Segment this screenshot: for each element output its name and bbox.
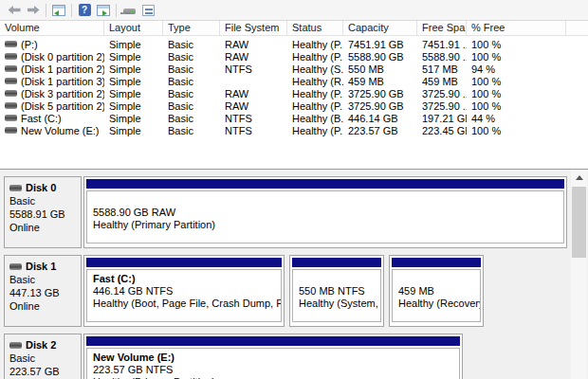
partition-disk1-system[interactable]: 550 MB NTFS Healthy (System, Act xyxy=(289,255,384,327)
partition-size: 446.14 GB NTFS xyxy=(93,285,281,298)
table-row[interactable]: (Disk 1 partition 3) Simple Basic Health… xyxy=(0,75,588,87)
partition-size: 550 MB NTFS xyxy=(299,285,380,298)
cell-pct-free: 100 % xyxy=(467,125,566,136)
show-action-pane-button[interactable] xyxy=(94,2,113,19)
disk-type: Basic xyxy=(9,274,81,286)
forward-button[interactable] xyxy=(24,2,43,19)
disk-icon xyxy=(9,342,22,349)
properties-button[interactable] xyxy=(138,2,157,19)
table-row[interactable]: New Volume (E:) Simple Basic NTFS Health… xyxy=(0,124,588,136)
disk-icon xyxy=(9,263,22,270)
volume-name: New Volume (E:) xyxy=(21,125,100,136)
back-arrow-icon xyxy=(9,6,21,14)
volume-name: (P:) xyxy=(21,39,38,50)
column-header-capacity[interactable]: Capacity xyxy=(343,21,417,35)
toolbar-separator xyxy=(71,4,72,17)
partition-color-bar xyxy=(292,258,381,267)
cell-status: Healthy (P... xyxy=(287,39,343,50)
cell-free: 5588.90 ... xyxy=(417,51,467,63)
disk-status: Online xyxy=(9,222,81,234)
disk-status: Online xyxy=(9,300,81,313)
table-row[interactable]: (Disk 0 partition 2) Simple Basic RAW He… xyxy=(0,50,588,63)
help-button[interactable]: ? xyxy=(75,2,94,19)
volume-icon xyxy=(5,90,17,97)
cell-capacity: 5588.90 GB xyxy=(343,51,417,63)
volume-icon xyxy=(5,65,17,72)
cell-pct-free: 100 % xyxy=(467,51,566,63)
volume-icon xyxy=(5,115,17,121)
disk1-header[interactable]: Disk 1 Basic 447.13 GB Online xyxy=(4,255,82,327)
scroll-up-button[interactable] xyxy=(571,170,587,186)
partition-disk0-raw[interactable]: 5588.90 GB RAW Healthy (Primary Partitio… xyxy=(83,176,567,248)
disk0-header[interactable]: Disk 0 Basic 5588.91 GB Online xyxy=(4,176,82,248)
cell-pct-free: 44 % xyxy=(467,113,566,124)
show-console-tree-button[interactable] xyxy=(49,2,68,19)
disk-name: Disk 0 xyxy=(26,182,56,193)
console-tree-icon xyxy=(52,5,65,16)
table-row[interactable]: (Disk 1 partition 2) Simple Basic NTFS H… xyxy=(0,63,588,75)
volume-name: (Disk 1 partition 3) xyxy=(21,76,104,87)
up-arrow-icon xyxy=(576,175,583,180)
disk-name: Disk 2 xyxy=(26,339,56,351)
table-row[interactable]: Fast (C:) Simple Basic NTFS Healthy (B..… xyxy=(0,112,588,124)
scrollbar-thumb[interactable] xyxy=(572,187,586,258)
cell-type: Basic xyxy=(163,76,220,87)
disk-type: Basic xyxy=(9,352,81,365)
partition-label xyxy=(299,273,380,285)
cell-free: 7451.91 ... xyxy=(417,39,467,50)
cell-status: Healthy (S... xyxy=(287,63,343,75)
cell-type: Basic xyxy=(163,63,220,75)
column-header-type[interactable]: Type xyxy=(163,21,220,35)
cell-type: Basic xyxy=(163,88,220,99)
cell-type: Basic xyxy=(163,113,220,124)
column-header-volume[interactable]: Volume xyxy=(0,21,104,35)
column-header-pct-free[interactable]: % Free xyxy=(467,21,566,35)
partition-size: 5588.90 GB RAW xyxy=(93,207,563,219)
volume-icon xyxy=(5,102,17,109)
cell-free: 197.21 GB xyxy=(417,113,467,124)
volume-name: (Disk 0 partition 2) xyxy=(21,51,104,63)
cell-type: Basic xyxy=(163,51,220,63)
table-row[interactable]: (P:) Simple Basic RAW Healthy (P... 7451… xyxy=(0,38,588,50)
cell-layout: Simple xyxy=(104,125,163,136)
column-header-free-space[interactable]: Free Spa... xyxy=(417,21,467,35)
partition-label xyxy=(93,194,563,207)
volume-list-body: (P:) Simple Basic RAW Healthy (P... 7451… xyxy=(0,36,588,136)
disk-row-disk1: Disk 1 Basic 447.13 GB Online Fast (C:) … xyxy=(4,255,569,327)
toolbar: ? xyxy=(0,0,588,21)
cell-capacity: 446.14 GB xyxy=(343,113,417,124)
vertical-scrollbar[interactable] xyxy=(571,170,587,379)
column-header-status[interactable]: Status xyxy=(287,21,343,35)
cell-type: Basic xyxy=(163,39,220,50)
cell-pct-free: 100 % xyxy=(467,39,566,50)
back-button[interactable] xyxy=(5,2,24,19)
partition-disk1-recovery[interactable]: 459 MB Healthy (Recovery Pa xyxy=(389,255,484,327)
column-header-file-system[interactable]: File System xyxy=(220,21,287,35)
cell-pct-free: 100 % xyxy=(467,76,566,87)
partition-disk2-e[interactable]: New Volume (E:) 223.57 GB NTFS Healthy (… xyxy=(83,334,463,379)
cell-free: 223.45 GB xyxy=(417,125,467,136)
toolbar-separator xyxy=(46,4,46,17)
cell-layout: Simple xyxy=(104,88,163,99)
column-header-layout[interactable]: Layout xyxy=(104,21,163,35)
volume-name: Fast (C:) xyxy=(21,113,62,124)
partition-label xyxy=(398,273,480,285)
cell-free: 3725.90 ... xyxy=(417,100,467,112)
cell-free: 517 MB xyxy=(417,63,467,75)
cell-fs: NTFS xyxy=(220,125,287,136)
disk2-header[interactable]: Disk 2 Basic 223.57 GB Online xyxy=(4,334,82,379)
device-button[interactable] xyxy=(119,2,138,19)
cell-fs: RAW xyxy=(220,39,287,50)
disk-type: Basic xyxy=(9,195,81,208)
partition-size: 459 MB xyxy=(398,285,480,298)
properties-icon xyxy=(142,5,155,16)
table-row[interactable]: (Disk 5 partition 2) Simple Basic RAW He… xyxy=(0,99,588,112)
cell-pct-free: 100 % xyxy=(467,100,566,112)
cell-fs: RAW xyxy=(220,100,287,112)
help-icon: ? xyxy=(79,4,91,16)
table-row[interactable]: (Disk 3 partition 2) Simple Basic RAW He… xyxy=(0,87,588,99)
forward-arrow-icon xyxy=(28,6,40,14)
volume-name: (Disk 3 partition 2) xyxy=(21,88,104,99)
device-icon xyxy=(123,9,136,14)
partition-disk1-c[interactable]: Fast (C:) 446.14 GB NTFS Healthy (Boot, … xyxy=(83,255,285,327)
